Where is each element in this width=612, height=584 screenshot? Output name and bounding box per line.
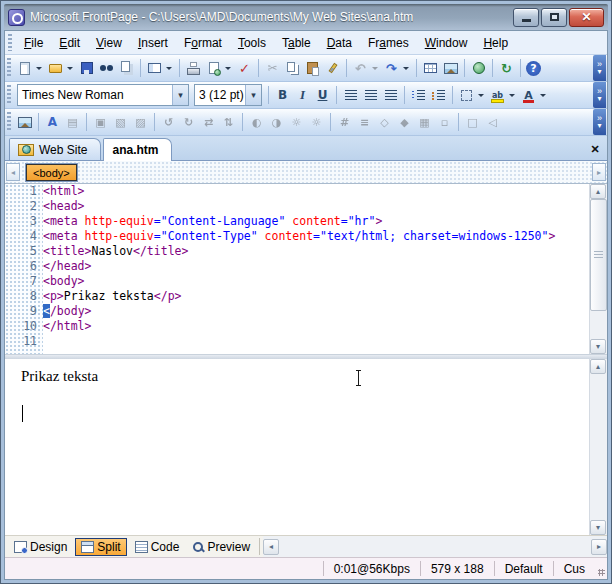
code-vertical-scrollbar[interactable] xyxy=(589,184,607,354)
menu-edit[interactable]: Edit xyxy=(52,34,87,52)
toolbar-options-button[interactable] xyxy=(593,55,606,81)
toolbar-options-button[interactable] xyxy=(593,82,606,108)
help-button[interactable]: ? xyxy=(525,57,542,79)
toolbar-drag-handle[interactable] xyxy=(7,112,11,132)
design-vertical-scrollbar[interactable] xyxy=(589,359,607,535)
menu-tools[interactable]: Tools xyxy=(231,34,273,52)
flip-vertical-button: ⇅ xyxy=(219,111,238,133)
resize-grip[interactable] xyxy=(595,558,607,579)
align-center-button[interactable] xyxy=(361,84,380,106)
align-left-button[interactable] xyxy=(341,84,360,106)
toolbar-drag-handle[interactable] xyxy=(7,58,11,78)
maximize-button[interactable] xyxy=(541,8,567,27)
font-color-button[interactable]: A xyxy=(519,84,549,106)
paste-icon xyxy=(304,60,321,77)
numbered-list-button[interactable] xyxy=(409,84,428,106)
preview-in-browser-button[interactable] xyxy=(204,57,234,79)
menu-table[interactable]: Table xyxy=(275,34,318,52)
tab-web-site[interactable]: Web Site xyxy=(9,138,101,160)
auto-thumbnail-icon: ▤ xyxy=(64,114,81,131)
find-icon xyxy=(98,60,115,77)
minimize-button[interactable] xyxy=(513,8,539,27)
scroll-up-icon[interactable] xyxy=(590,359,606,374)
design-view-pane[interactable]: Prikaz teksta xyxy=(5,359,607,535)
window-controls xyxy=(513,8,604,27)
copy-button[interactable] xyxy=(283,57,302,79)
scroll-left-icon[interactable] xyxy=(263,539,279,555)
page-size-status[interactable]: 579 x 188 xyxy=(420,561,494,576)
bold-icon: B xyxy=(274,87,291,104)
close-page-icon[interactable] xyxy=(587,141,603,157)
insert-table-button[interactable] xyxy=(421,57,440,79)
tab-ana-htm[interactable]: ana.htm xyxy=(103,138,172,161)
view-tab-split[interactable]: Split xyxy=(75,538,126,556)
spelling-button[interactable]: ✓ xyxy=(235,57,254,79)
download-estimate-status[interactable]: 0:01@56Kbps xyxy=(323,561,420,576)
menu-frames[interactable]: Frames xyxy=(361,34,416,52)
horizontal-scrollbar[interactable] xyxy=(263,536,607,557)
bullet-list-button[interactable] xyxy=(429,84,448,106)
font-name-combo[interactable]: Times New Roman xyxy=(17,84,189,106)
publish-site-button[interactable] xyxy=(117,57,136,79)
toolbar-drag-handle[interactable] xyxy=(7,85,11,105)
set-transparent-color-button: ◇ xyxy=(375,111,394,133)
italic-button[interactable]: I xyxy=(293,84,312,106)
dropdown-arrow-icon[interactable] xyxy=(245,85,261,105)
menu-file[interactable]: File xyxy=(17,34,50,52)
code-scrollbar-thumb[interactable] xyxy=(590,199,607,311)
close-window-button[interactable] xyxy=(569,8,604,27)
code-view-pane[interactable]: 1<html>2<head>3<meta http-equiv="Content… xyxy=(5,184,607,355)
render-mode-status[interactable]: Default xyxy=(494,561,553,576)
spelling-icon: ✓ xyxy=(236,60,253,77)
text-button[interactable]: A xyxy=(43,111,62,133)
font-size-value: 3 (12 pt) xyxy=(195,88,245,102)
underline-button[interactable]: U xyxy=(313,84,332,106)
paste-button[interactable] xyxy=(303,57,322,79)
frontpage-window: Microsoft FrontPage - C:\Users\AMD\Docum… xyxy=(0,0,612,584)
toolbar-drag-handle[interactable] xyxy=(8,34,12,51)
find-button[interactable] xyxy=(97,57,116,79)
design-scrollbar-track[interactable] xyxy=(590,374,607,520)
menu-insert[interactable]: Insert xyxy=(131,34,175,52)
insert-hyperlink-button[interactable] xyxy=(469,57,488,79)
print-button[interactable] xyxy=(184,57,203,79)
dropdown-arrow-icon[interactable] xyxy=(172,85,188,105)
scroll-down-icon[interactable] xyxy=(590,339,606,354)
open-folder-button[interactable] xyxy=(46,57,76,79)
redo-button[interactable]: ↷ xyxy=(382,57,412,79)
scroll-up-icon[interactable] xyxy=(590,184,606,199)
new-page-button[interactable] xyxy=(15,57,45,79)
view-tab-design[interactable]: Design xyxy=(8,538,73,556)
font-size-combo[interactable]: 3 (12 pt) xyxy=(194,84,262,106)
view-tab-label: Split xyxy=(97,540,120,554)
highlight-button[interactable]: ab xyxy=(488,84,518,106)
custom-status[interactable]: Cus xyxy=(553,561,595,576)
bold-button[interactable]: B xyxy=(273,84,292,106)
code-scrollbar-track[interactable] xyxy=(590,311,607,339)
align-right-button[interactable] xyxy=(381,84,400,106)
save-button[interactable] xyxy=(77,57,96,79)
tag-scroll-left-icon[interactable] xyxy=(6,163,20,181)
toggle-pane-button[interactable] xyxy=(145,57,175,79)
dropdown-arrow-icon xyxy=(403,67,409,70)
refresh-button[interactable]: ↻ xyxy=(497,57,516,79)
borders-button[interactable] xyxy=(457,84,487,106)
menu-view[interactable]: View xyxy=(89,34,129,52)
format-painter-button[interactable] xyxy=(323,57,342,79)
insert-picture-button[interactable] xyxy=(441,57,460,79)
view-tab-code[interactable]: Code xyxy=(129,538,186,556)
menu-format[interactable]: Format xyxy=(177,34,229,52)
toolbar-separator xyxy=(330,113,331,131)
less-contrast-button: ◑ xyxy=(267,111,286,133)
code-text: <meta http-equiv="Content-Type" content=… xyxy=(43,229,555,244)
tag-scroll-right-icon[interactable] xyxy=(592,163,606,181)
menu-help[interactable]: Help xyxy=(476,34,515,52)
scroll-right-icon[interactable] xyxy=(591,539,607,555)
insert-picture-from-file-button[interactable] xyxy=(15,111,34,133)
scroll-down-icon[interactable] xyxy=(590,520,606,535)
view-tab-preview[interactable]: Preview xyxy=(187,538,256,556)
toolbar-options-button[interactable] xyxy=(593,109,606,135)
quick-tag-body[interactable]: <body> xyxy=(26,164,77,181)
menu-data[interactable]: Data xyxy=(320,34,359,52)
menu-window[interactable]: Window xyxy=(418,34,475,52)
